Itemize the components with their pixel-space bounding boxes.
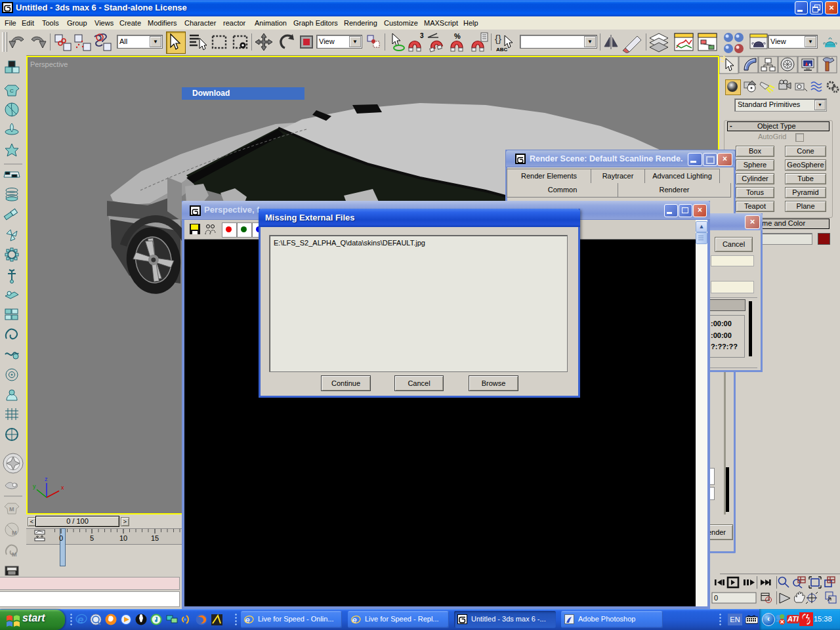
svg-text:M: M: [12, 530, 17, 536]
svg-text:C: C: [10, 88, 14, 94]
svg-text:0: 0: [714, 594, 718, 602]
svg-text:z: z: [45, 476, 48, 482]
svg-text:0: 0: [59, 534, 63, 542]
svg-text:15: 15: [151, 534, 159, 542]
svg-text:{}: {}: [495, 33, 501, 44]
svg-text:5: 5: [90, 534, 94, 542]
svg-text:M: M: [9, 506, 14, 513]
svg-text:M: M: [12, 551, 17, 558]
svg-text:x: x: [61, 484, 64, 491]
svg-text:%: %: [454, 32, 461, 40]
svg-text:y: y: [33, 483, 36, 490]
svg-text:3: 3: [420, 32, 424, 39]
svg-text:ABC: ABC: [496, 47, 508, 52]
svg-text:10: 10: [119, 534, 127, 542]
